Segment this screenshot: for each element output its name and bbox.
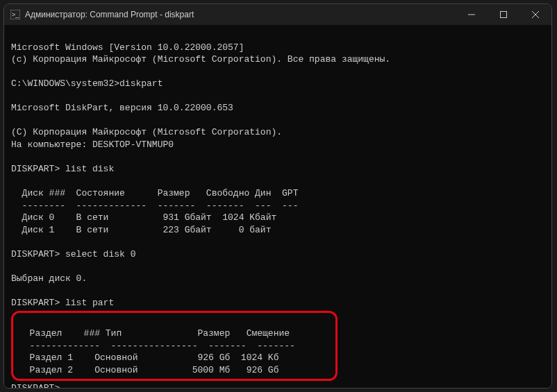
window-controls bbox=[456, 4, 551, 25]
titlebar[interactable]: >_ Администратор: Command Prompt - diskp… bbox=[4, 4, 551, 25]
terminal-output[interactable]: Microsoft Windows [Version 10.0.22000.20… bbox=[4, 25, 551, 388]
table-row: Диск 1 В сети 223 Gбайт 0 байт bbox=[11, 225, 271, 235]
highlight-box: Раздел ### Тип Размер Смещение ---------… bbox=[11, 311, 338, 382]
output-line: Выбран диск 0. bbox=[11, 273, 87, 284]
cmd-icon: >_ bbox=[10, 9, 21, 20]
prompt-line: DISKPART> bbox=[11, 383, 65, 388]
output-line: (c) Корпорация Майкрософт (Microsoft Cor… bbox=[11, 54, 390, 65]
window-title: Администратор: Command Prompt - diskpart bbox=[25, 10, 456, 19]
table-row: Диск 0 В сети 931 Gбайт 1024 Kбайт bbox=[11, 212, 276, 223]
output-line: На компьютере: DESKTOP-VTNMUP0 bbox=[11, 139, 174, 150]
output-line: Microsoft DiskPart, версия 10.0.22000.65… bbox=[11, 103, 233, 113]
prompt-line: DISKPART> list disk bbox=[11, 164, 114, 174]
command-prompt-window: >_ Администратор: Command Prompt - diskp… bbox=[3, 3, 552, 389]
table-separator: -------- ------------- ------- ------- -… bbox=[11, 201, 298, 211]
close-button[interactable] bbox=[519, 4, 551, 25]
table-header: Диск ### Состояние Размер Свободно Дин G… bbox=[11, 188, 298, 198]
output-line: Microsoft Windows [Version 10.0.22000.20… bbox=[11, 42, 244, 53]
output-line: (C) Корпорация Майкрософт (Microsoft Cor… bbox=[11, 127, 282, 137]
svg-rect-3 bbox=[501, 12, 507, 18]
table-separator: ------------- ---------------- ------- -… bbox=[19, 341, 295, 351]
maximize-button[interactable] bbox=[488, 4, 519, 25]
table-row: Раздел 1 Основной 926 Gб 1024 Kб bbox=[19, 352, 278, 363]
prompt-line: DISKPART> select disk 0 bbox=[11, 249, 135, 259]
minimize-button[interactable] bbox=[456, 4, 488, 25]
svg-text:>_: >_ bbox=[12, 11, 19, 18]
table-header: Раздел ### Тип Размер Смещение bbox=[19, 328, 290, 339]
prompt-line: DISKPART> list part bbox=[11, 298, 114, 308]
prompt-line: C:\WINDOWS\system32>diskpart bbox=[11, 78, 163, 89]
table-row: Раздел 2 Основной 5000 Mб 926 Gб bbox=[19, 365, 278, 375]
